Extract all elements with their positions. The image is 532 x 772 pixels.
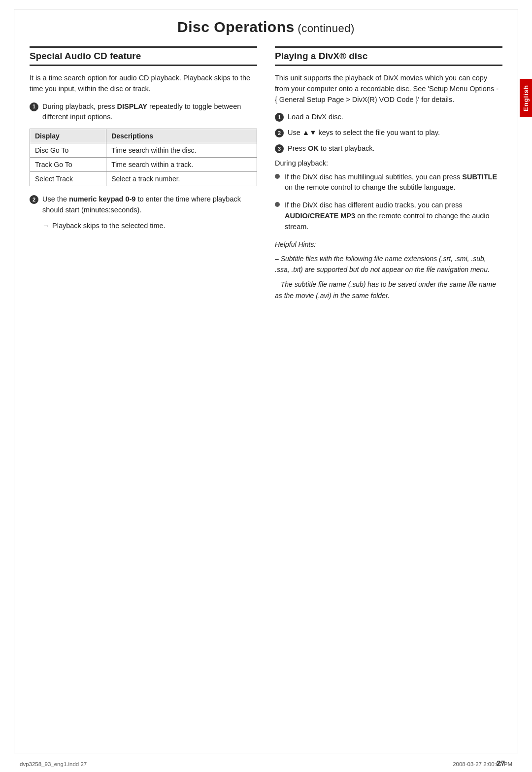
left-step-2: 2 Use the numeric keypad 0-9 to enter th… <box>30 194 257 216</box>
bullet-2-content: If the DivX disc has different audio tra… <box>285 200 502 232</box>
page-border-left <box>14 9 14 753</box>
bullet-item-1: If the DivX disc has multilingual subtit… <box>275 172 502 194</box>
table-cell-desc-2: Select a track number. <box>106 172 257 186</box>
right-step-2-num: 2 <box>275 129 284 137</box>
bullet-2-bold: AUDIO/CREATE MP3 <box>285 212 355 220</box>
step-2-num: 2 <box>30 195 38 204</box>
right-section-heading: Playing a DivX® disc <box>275 46 502 66</box>
step-2-content: Use the numeric keypad 0-9 to enter the … <box>42 194 257 216</box>
right-column: Playing a DivX® disc This unit supports … <box>275 46 502 305</box>
table-row: Disc Go ToTime search within the disc. <box>30 143 257 158</box>
bullet-dot-2 <box>275 202 280 207</box>
right-step-3-text-after: to start playback. <box>319 144 375 152</box>
bullet-1-text-before: If the DivX disc has multilingual subtit… <box>285 173 462 181</box>
left-section-heading: Special Audio CD feature <box>30 46 257 66</box>
left-step-1: 1 During playback, press DISPLAY repeate… <box>30 101 257 123</box>
table-row: Track Go ToTime search within a track. <box>30 158 257 172</box>
page-border-right <box>518 9 518 753</box>
right-step-1: 1 Load a DivX disc. <box>275 112 502 123</box>
bullet-item-2: If the DivX disc has different audio tra… <box>275 200 502 232</box>
helpful-hints: Helpful Hints: – Subtitle files with the… <box>275 239 502 301</box>
step-1-num: 1 <box>30 102 38 111</box>
step-2-bold: numeric keypad 0-9 <box>69 195 135 203</box>
table-col1-header: Display <box>30 129 106 143</box>
step-1-text-before: During playback, press <box>42 102 117 110</box>
table-cell-desc-0: Time search within the disc. <box>106 143 257 158</box>
hint-2: – The subtitle file name (.sub) has to b… <box>275 279 502 301</box>
right-section-intro: This unit supports the playback of DivX … <box>275 73 502 105</box>
table-cell-display-2: Select Track <box>30 172 106 186</box>
right-step-3: 3 Press OK to start playback. <box>275 143 502 154</box>
bullet-2-text-before: If the DivX disc has different audio tra… <box>285 201 463 209</box>
bullet-1-text-after: on the remote control to change the subt… <box>285 183 456 191</box>
arrow-icon: → <box>42 221 49 231</box>
table-col2-header: Descriptions <box>106 129 257 143</box>
right-step-3-content: Press OK to start playback. <box>288 143 502 154</box>
right-step-1-num: 1 <box>275 113 284 122</box>
right-step-2: 2 Use ▲▼ keys to select the file you wan… <box>275 128 502 138</box>
helpful-hints-title: Helpful Hints: <box>275 239 502 250</box>
step-1-bold: DISPLAY <box>117 102 148 110</box>
bullet-1-content: If the DivX disc has multilingual subtit… <box>285 172 502 194</box>
title-main: Disc Operations <box>177 19 295 35</box>
page-footer: dvp3258_93_eng1.indd 27 2008-03-27 2:00:… <box>20 761 512 767</box>
display-table: Display Descriptions Disc Go ToTime sear… <box>30 129 257 186</box>
table-cell-desc-1: Time search within a track. <box>106 158 257 172</box>
page-title: Disc Operations (continued) <box>30 19 502 35</box>
page-border-bottom <box>14 753 518 753</box>
table-cell-display-0: Disc Go To <box>30 143 106 158</box>
english-tab: English <box>520 79 532 117</box>
right-step-2-content: Use ▲▼ keys to select the file you want … <box>288 128 502 138</box>
page-number: 27 <box>497 759 505 767</box>
step-1-content: During playback, press DISPLAY repeatedl… <box>42 101 257 123</box>
sub-step: → Playback skips to the selected time. <box>42 221 257 232</box>
right-step-3-num: 3 <box>275 144 284 153</box>
table-cell-display-1: Track Go To <box>30 158 106 172</box>
step-2-text-before: Use the <box>42 195 69 203</box>
hint-1: – Subtitle files with the following file… <box>275 253 502 275</box>
right-step-3-bold: OK <box>308 144 319 152</box>
right-step-2-text: Use ▲▼ keys to select the file you want … <box>288 129 440 136</box>
right-step-1-text: Load a DivX disc. <box>288 113 343 121</box>
bullet-1-bold: SUBTITLE <box>462 173 497 181</box>
right-step-3-text-before: Press <box>288 144 308 152</box>
sub-step-text: Playback skips to the selected time. <box>52 221 166 232</box>
page-border-top <box>14 9 518 9</box>
right-step-1-content: Load a DivX disc. <box>288 112 502 123</box>
left-section-intro: It is a time search option for audio CD … <box>30 73 257 95</box>
bullet-dot-1 <box>275 174 280 179</box>
footer-left: dvp3258_93_eng1.indd 27 <box>20 761 87 767</box>
title-suffix: (continued) <box>295 22 355 34</box>
left-column: Special Audio CD feature It is a time se… <box>30 46 257 305</box>
during-playback-label: During playback: <box>275 159 502 167</box>
table-row: Select TrackSelect a track number. <box>30 172 257 186</box>
